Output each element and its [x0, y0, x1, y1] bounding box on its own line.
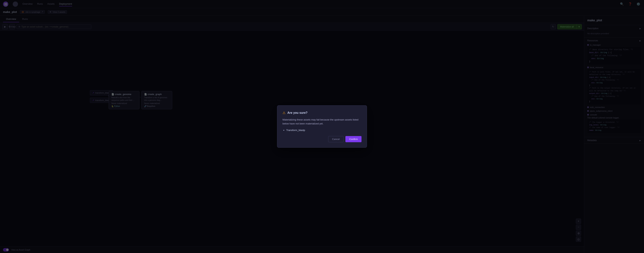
- modal-warning-icon: ⚠: [282, 111, 286, 115]
- confirm-button[interactable]: Confirm: [346, 136, 362, 142]
- modal-overlay: ⚠ Are you sure? Materializing these asse…: [0, 0, 644, 253]
- modal-list-item: Transform_blastp: [286, 129, 362, 132]
- modal-title: Are you sure?: [287, 111, 308, 114]
- cancel-button[interactable]: Cancel: [328, 136, 344, 142]
- modal-list: Transform_blastp: [282, 129, 362, 132]
- confirmation-modal: ⚠ Are you sure? Materializing these asse…: [277, 105, 367, 148]
- modal-header: ⚠ Are you sure?: [282, 111, 362, 115]
- modal-actions: Cancel Confirm: [282, 136, 362, 142]
- modal-body: Materializing these assets may fail beca…: [282, 118, 362, 126]
